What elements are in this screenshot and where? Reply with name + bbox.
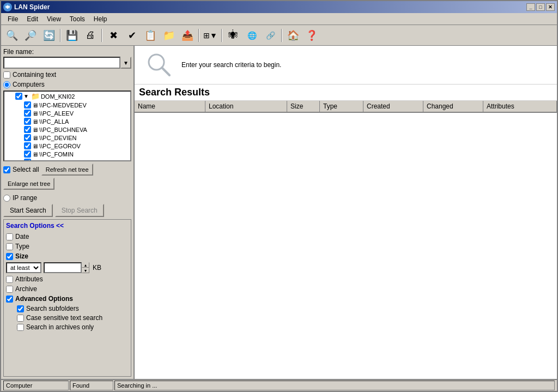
close-button[interactable]: ✕ bbox=[546, 3, 555, 11]
magnifier-icon bbox=[145, 51, 173, 79]
tree-item-label-7: \\PC_GORLICH bbox=[39, 159, 82, 162]
computer-icon-5: 🖥 bbox=[32, 143, 38, 149]
menu-help[interactable]: Help bbox=[89, 14, 112, 24]
file-name-input[interactable] bbox=[3, 57, 120, 69]
toolbar-spider-button[interactable]: 🕷 bbox=[225, 27, 242, 44]
tree-checkbox-7[interactable] bbox=[24, 159, 31, 161]
tree-checkbox-2[interactable] bbox=[24, 118, 31, 125]
tree-item-6[interactable]: 🖥 \\PC_FOMIN bbox=[4, 150, 130, 158]
col-header-attributes[interactable]: Attributes bbox=[483, 101, 557, 112]
size-spin-up-button[interactable]: ▲ bbox=[82, 262, 89, 268]
toolbar-check-button[interactable]: ✔ bbox=[123, 27, 141, 44]
search-options-header[interactable]: Search Options << bbox=[6, 222, 129, 230]
size-spin-down-button[interactable]: ▼ bbox=[82, 268, 89, 273]
tree-item-5[interactable]: 🖥 \\PC_EGOROV bbox=[4, 142, 130, 150]
col-header-size[interactable]: Size bbox=[287, 101, 320, 112]
ip-range-radio[interactable] bbox=[3, 195, 10, 202]
toolbar-search2-button[interactable]: 🔎 bbox=[22, 27, 39, 44]
maximize-button[interactable]: □ bbox=[536, 3, 545, 11]
search-subfolders-checkbox[interactable] bbox=[17, 305, 24, 312]
search-archives-label: Search in archives only bbox=[26, 323, 94, 331]
toolbar-network-button[interactable]: 🌐 bbox=[243, 27, 260, 44]
results-body bbox=[135, 113, 557, 331]
col-header-location[interactable]: Location bbox=[205, 101, 287, 112]
tree-item-domain[interactable]: ▼ 📁 DOM_KNI02 bbox=[4, 92, 130, 101]
tree-checkbox-0[interactable] bbox=[24, 101, 31, 108]
toolbar-export-button[interactable]: 📤 bbox=[179, 27, 196, 44]
stop-search-button[interactable]: Stop Search bbox=[55, 204, 104, 217]
tree-checkbox-5[interactable] bbox=[24, 142, 31, 149]
refresh-net-tree-button[interactable]: Refresh net tree bbox=[41, 164, 93, 176]
tree-checkbox-3[interactable] bbox=[24, 126, 31, 133]
menu-edit[interactable]: Edit bbox=[22, 14, 43, 24]
tree-checkbox-4[interactable] bbox=[24, 134, 31, 141]
menu-file[interactable]: File bbox=[3, 14, 22, 24]
tree-item-0[interactable]: 🖥 \\PC-MEDVEDEV bbox=[4, 101, 130, 109]
tree-item-3[interactable]: 🖥 \\PC_BUCHNEVA bbox=[4, 125, 130, 134]
col-header-changed[interactable]: Changed bbox=[423, 101, 483, 112]
computers-radio[interactable] bbox=[3, 81, 10, 88]
menu-tools[interactable]: Tools bbox=[65, 14, 89, 24]
size-controls-row: at least at most exactly 300000 ▲ ▼ KB bbox=[6, 262, 129, 273]
enlarge-net-tree-button[interactable]: Enlarge net tree bbox=[3, 178, 54, 190]
date-option-row: Date bbox=[6, 233, 129, 240]
toolbar-save-button[interactable]: 💾 bbox=[63, 27, 81, 44]
size-value-input[interactable]: 300000 bbox=[44, 262, 82, 273]
size-label: Size bbox=[15, 252, 28, 260]
main-content: File name: ▼ Containing text Computers bbox=[1, 46, 557, 379]
tree-checkbox-domain[interactable] bbox=[15, 93, 22, 100]
tree-item-2[interactable]: 🖥 \\PC_ALLA bbox=[4, 117, 130, 125]
minimize-button[interactable]: _ bbox=[526, 3, 535, 11]
toolbar-grid-button[interactable]: ⊞▼ bbox=[202, 27, 219, 44]
select-all-checkbox[interactable] bbox=[3, 166, 10, 173]
file-name-dropdown-button[interactable]: ▼ bbox=[120, 57, 131, 69]
size-checkbox[interactable] bbox=[6, 253, 13, 260]
tree-checkbox-1[interactable] bbox=[24, 110, 31, 117]
toolbar-stop-button[interactable]: ✖ bbox=[105, 27, 122, 44]
results-table[interactable]: Name Location Size Type Created Changed … bbox=[135, 101, 557, 379]
size-spinner: 300000 ▲ ▼ bbox=[44, 262, 89, 273]
toolbar-connect-button[interactable]: 🔗 bbox=[262, 27, 279, 44]
search-header: Enter your search criteria to begin. bbox=[135, 46, 557, 85]
enlarge-btn-container: Enlarge net tree bbox=[3, 178, 131, 190]
toolbar-print-button[interactable]: 🖨 bbox=[82, 27, 99, 44]
date-checkbox[interactable] bbox=[6, 233, 13, 240]
computer-tree[interactable]: ▼ 📁 DOM_KNI02 🖥 \\PC-MEDVEDEV � bbox=[3, 91, 131, 161]
toolbar-refresh-button[interactable]: 🔄 bbox=[40, 27, 58, 44]
search-archives-checkbox[interactable] bbox=[17, 324, 24, 331]
computer-icon-1: 🖥 bbox=[32, 110, 38, 117]
toolbar-sep2 bbox=[101, 29, 102, 42]
type-checkbox[interactable] bbox=[6, 243, 13, 250]
advanced-label: Advanced Options bbox=[15, 295, 73, 303]
toolbar-move-button[interactable]: 📁 bbox=[160, 27, 178, 44]
toolbar-search1-button[interactable]: 🔍 bbox=[3, 27, 21, 44]
attributes-label: Attributes bbox=[15, 275, 43, 283]
tree-item-1[interactable]: 🖥 \\PC_ALEEV bbox=[4, 109, 130, 117]
col-header-name[interactable]: Name bbox=[135, 101, 205, 112]
containing-text-label: Containing text bbox=[13, 71, 56, 79]
computer-icon-7: 🖥 bbox=[32, 159, 38, 162]
case-sensitive-row: Case sensitive text search bbox=[17, 314, 129, 322]
toolbar-help-button[interactable]: ❓ bbox=[303, 27, 320, 44]
size-spin-buttons: ▲ ▼ bbox=[82, 262, 89, 273]
toolbar-home-button[interactable]: 🏠 bbox=[284, 27, 302, 44]
tree-item-7[interactable]: 🖥 \\PC_GORLICH bbox=[4, 158, 130, 161]
tree-item-4[interactable]: 🖥 \\PC_DEVIEN bbox=[4, 134, 130, 142]
archive-checkbox[interactable] bbox=[6, 286, 13, 293]
size-condition-select[interactable]: at least at most exactly bbox=[6, 262, 41, 273]
advanced-checkbox[interactable] bbox=[6, 295, 13, 303]
select-all-label: Select all bbox=[13, 166, 39, 173]
file-name-label: File name: bbox=[3, 48, 131, 56]
tree-item-label-4: \\PC_DEVIEN bbox=[39, 135, 76, 141]
attributes-checkbox[interactable] bbox=[6, 276, 13, 283]
results-title-container: Search Results bbox=[135, 85, 557, 101]
col-header-type[interactable]: Type bbox=[320, 101, 363, 112]
col-header-created[interactable]: Created bbox=[363, 101, 423, 112]
status-found-pane: Found bbox=[70, 381, 113, 390]
containing-text-checkbox[interactable] bbox=[3, 71, 10, 79]
tree-checkbox-6[interactable] bbox=[24, 150, 31, 158]
toolbar-copy-button[interactable]: 📋 bbox=[142, 27, 159, 44]
start-search-button[interactable]: Start Search bbox=[3, 204, 53, 217]
menu-view[interactable]: View bbox=[43, 14, 65, 24]
case-sensitive-checkbox[interactable] bbox=[17, 315, 24, 322]
